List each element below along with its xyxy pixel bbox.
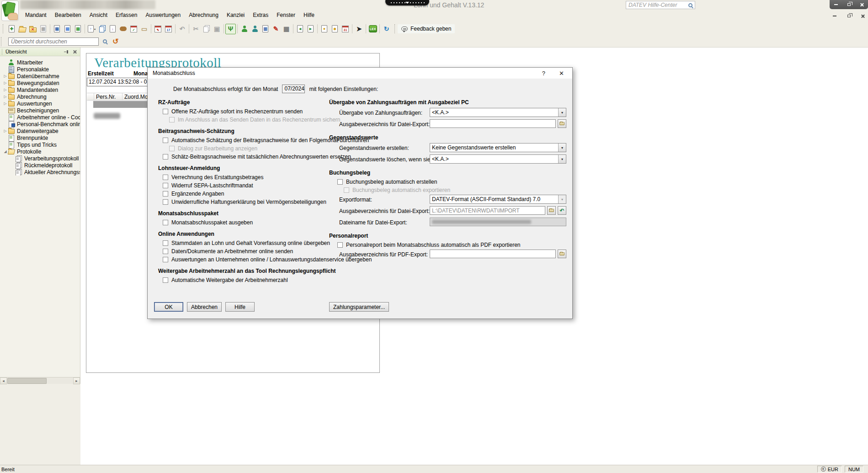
checkbox-automatische-weitergabe-der-arbeitnehmerzahl[interactable]: Automatische Weitergabe der Arbeitnehmer…	[163, 276, 387, 284]
chevron-down-icon[interactable]: ▼	[558, 195, 566, 203]
mdi-minimize-button[interactable]	[831, 13, 839, 19]
new-document-icon[interactable]: ✚	[6, 24, 17, 34]
checkbox-icon[interactable]	[163, 175, 168, 180]
close-mandant-icon[interactable]: ✕	[27, 24, 38, 34]
checkbox-icon[interactable]	[163, 240, 168, 246]
sidebar-item-bescheinigungen[interactable]: Bescheinigungen	[0, 107, 80, 114]
payroll-doc-icon[interactable]: ●	[319, 24, 330, 34]
send-rz-icon[interactable]: ↑▾	[86, 24, 97, 34]
minimize-button[interactable]	[831, 1, 841, 8]
overview-search-input[interactable]: Übersicht durchsuchen	[8, 37, 99, 46]
menu-fenster[interactable]: Fenster	[272, 11, 299, 20]
checkbox-icon[interactable]	[337, 242, 343, 248]
scroll-right-button[interactable]: ►	[73, 377, 80, 384]
tree-expander-icon[interactable]: ▷	[2, 81, 8, 85]
dialog-help-button[interactable]: ?	[542, 70, 545, 77]
checkbox-buchungsbeleg-automatisch-erstellen[interactable]: Buchungsbeleg automatisch erstellen	[337, 178, 567, 186]
abbrechen-button[interactable]: Abbrechen	[187, 302, 222, 312]
tree-expander-icon[interactable]: ▷	[2, 102, 8, 106]
sidebar-item-auswertungen[interactable]: ▷Auswertungen	[0, 100, 80, 107]
tree-expander-icon[interactable]: ▷	[2, 95, 8, 99]
mdi-restore-button[interactable]	[845, 13, 853, 19]
calendar-check-icon[interactable]: ✓	[128, 24, 139, 34]
menu-ansicht[interactable]: Ansicht	[85, 11, 112, 20]
erstellzeit-value-field[interactable]: 12.07.2024 13:52:08 - 07/2024	[87, 78, 151, 86]
sidebar-item-mandantendaten[interactable]: ▷Mandantendaten	[0, 86, 80, 93]
dropdown-gegenstandswerte-löschen-wenn-sie-älter-sind-als[interactable]: <K.A.>▼	[430, 154, 566, 164]
hilfe-button[interactable]: Hilfe	[225, 302, 255, 312]
sidebar-horizontal-scrollbar[interactable]: ◄ ►	[0, 377, 80, 384]
print-icon[interactable]: ▤	[52, 24, 62, 34]
copy-icon[interactable]	[201, 24, 212, 34]
menu-extras[interactable]: Extras	[249, 11, 272, 20]
print-preview-icon[interactable]: ▤	[62, 24, 73, 34]
chevron-down-icon[interactable]: ▼	[558, 108, 566, 117]
rz-answer-icon[interactable]: ↓	[107, 24, 118, 34]
sidebar-item-datenübernahme[interactable]: ▷Datenübernahme	[0, 73, 80, 80]
quick-entry-icon[interactable]: ▦	[281, 24, 292, 34]
mdi-close-button[interactable]	[859, 13, 867, 19]
browse-folder-button[interactable]	[558, 250, 566, 258]
checkbox-icon[interactable]	[163, 199, 168, 205]
next-record-icon[interactable]: ►	[305, 24, 316, 34]
sidebar-item-abrechnung[interactable]: ▷Abrechnung	[0, 93, 80, 100]
table-header-cell-persnr[interactable]: Pers.Nr.	[94, 93, 122, 100]
employee-icon[interactable]	[239, 24, 250, 34]
dropdown-exportformat[interactable]: DATEV-Format (ASCII-Format Standard) 7.0…	[430, 195, 566, 204]
sidebar-item-arbeitnehmer-online-cockpit[interactable]: Arbeitnehmer online - Cockpit	[0, 114, 80, 121]
sidebar-item-aktueller-abrechnungsstan[interactable]: Aktueller Abrechnungsstan	[0, 169, 80, 175]
ok-button[interactable]: OK	[154, 302, 183, 312]
chevron-down-icon[interactable]: ▼	[558, 155, 566, 163]
pin-icon[interactable]	[64, 50, 69, 54]
cut-icon[interactable]: ✂	[191, 24, 201, 34]
menu-mandant[interactable]: Mandant	[21, 11, 51, 20]
calendar-17-icon[interactable]: 17	[163, 24, 174, 34]
save-icon[interactable]: ▥	[38, 24, 48, 34]
prev-record-icon[interactable]: ◄	[295, 24, 305, 34]
browse-folder-button[interactable]	[558, 119, 566, 128]
menu-kanzlei[interactable]: Kanzlei	[223, 11, 249, 20]
checkbox-icon[interactable]	[337, 179, 343, 185]
refresh-icon[interactable]: ↻	[381, 24, 392, 34]
sidebar-item-datenweitergabe[interactable]: ▷Datenweitergabe	[0, 128, 80, 134]
frame-icon[interactable]: ▭	[139, 24, 149, 34]
sidebar-item-brennpunkte[interactable]: Brennpunkte	[0, 134, 80, 141]
input-ausgabeverzeichnis-für-pdf-export[interactable]	[430, 250, 556, 258]
chevron-down-icon[interactable]: ▼	[558, 143, 566, 152]
checkbox-icon[interactable]	[163, 249, 168, 254]
sidebar-item-personal-benchmark-online[interactable]: Personal-Benchmark online	[0, 121, 80, 128]
checkbox-icon[interactable]	[163, 109, 168, 114]
checkbox-icon[interactable]	[163, 138, 168, 143]
sidebar-item-rückmeldeprotokoll[interactable]: Rückmeldeprotokoll	[0, 162, 80, 169]
feedback-button[interactable]: Feedback geben	[398, 24, 455, 33]
tree-expander-icon[interactable]: ▷	[2, 88, 8, 92]
sidebar-item-verarbeitungsprotokoll[interactable]: Verarbeitungsprotokoll	[0, 155, 80, 162]
reset-path-button[interactable]: ↶	[558, 206, 566, 215]
menu-erfassen[interactable]: Erfassen	[112, 11, 141, 20]
table-header-cell-empty[interactable]	[87, 93, 94, 100]
menu-abrechnung[interactable]: Abrechnung	[185, 11, 223, 20]
sidebar-item-tipps-und-tricks[interactable]: Tipps und Tricks	[0, 141, 80, 148]
lex-icon[interactable]: LEX	[367, 24, 378, 34]
month-input[interactable]: 07/2024	[282, 85, 305, 93]
checkbox-icon[interactable]	[163, 257, 168, 262]
dropdown-übergabe-von-zahlungsaufträgen[interactable]: <K.A.>▼	[430, 108, 566, 117]
sidebar-item-personalakte[interactable]: Personalakte	[0, 66, 80, 73]
close-icon[interactable]	[73, 50, 77, 54]
reset-search-icon[interactable]: ↺	[112, 38, 118, 45]
paste-icon[interactable]: ▣	[212, 24, 222, 34]
menu-auswertungen[interactable]: Auswertungen	[141, 11, 185, 20]
undo-icon[interactable]: ↶	[177, 24, 187, 34]
checkbox-icon[interactable]	[163, 277, 168, 283]
tree-expander-icon[interactable]: ▷	[2, 74, 8, 78]
checkbox-icon[interactable]	[163, 183, 168, 188]
calendar-edit-icon[interactable]: ✎	[153, 24, 163, 34]
menu-hilfe[interactable]: Hilfe	[299, 11, 319, 20]
employee-list-icon[interactable]: ▥	[260, 24, 271, 34]
input-ausgabeverzeichnis-für-datei-export[interactable]	[430, 119, 556, 128]
open-mandant-icon[interactable]	[17, 24, 27, 34]
tree-expander-icon[interactable]: ◢	[2, 150, 8, 154]
checkbox-icon[interactable]	[163, 154, 168, 159]
rz-transfer-icon[interactable]	[97, 24, 107, 34]
employee-edit-icon[interactable]: ✎	[271, 24, 281, 34]
